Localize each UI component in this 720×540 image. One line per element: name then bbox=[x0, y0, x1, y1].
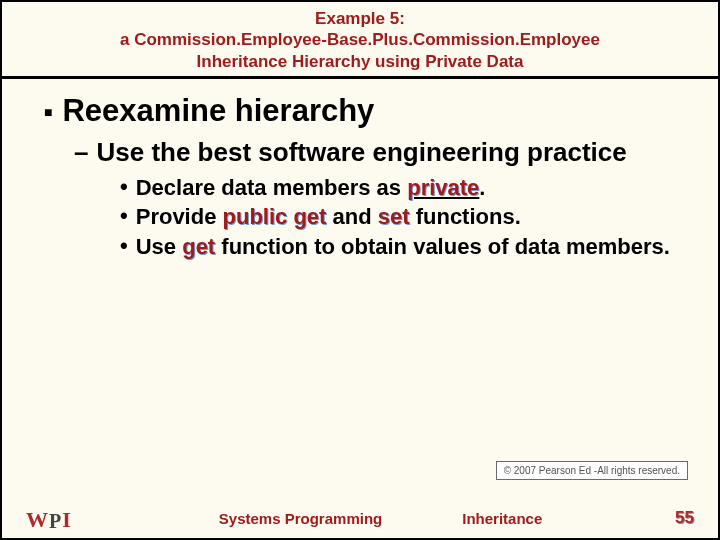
b2-mid2: and bbox=[326, 204, 377, 229]
lvl1-text: Reexamine hierarchy bbox=[62, 93, 374, 129]
bullet-level-3-item-2: • Provide publicpublic getget and setset… bbox=[120, 203, 676, 231]
dot-bullet-icon: • bbox=[120, 233, 128, 259]
dot-bullet-icon: • bbox=[120, 203, 128, 229]
title-line-3: Inheritance Hierarchy using Private Data bbox=[62, 51, 658, 72]
slide-title: Example 5: a Commission.Employee-Base.Pl… bbox=[2, 2, 718, 79]
bullet-level-2: – Use the best software engineering prac… bbox=[74, 137, 676, 168]
keyword-public: publicpublic bbox=[223, 203, 288, 231]
copyright-notice: © 2007 Pearson Ed -All rights reserved. bbox=[496, 461, 688, 480]
logo-i: I bbox=[62, 509, 71, 531]
page-number: 55 55 bbox=[675, 508, 694, 528]
b3-pre: Use bbox=[136, 234, 182, 259]
keyword-get: getget bbox=[293, 203, 326, 231]
square-bullet-icon: ■ bbox=[44, 105, 52, 119]
bullet-level-1: ■ Reexamine hierarchy bbox=[44, 93, 676, 129]
wpi-logo: W P I bbox=[26, 505, 86, 531]
footer-course: Systems Programming bbox=[219, 510, 382, 527]
lvl3-text-2: Provide publicpublic getget and setset f… bbox=[136, 203, 521, 231]
footer-topic: Inheritance bbox=[462, 510, 542, 527]
footer: W P I Systems Programming Inheritance 55… bbox=[2, 498, 718, 538]
b3-post: function to obtain values of data member… bbox=[215, 234, 670, 259]
logo-p: P bbox=[49, 511, 61, 531]
bullet-level-3-item-1: • Declare data members as privateprivate… bbox=[120, 174, 676, 202]
dash-bullet-icon: – bbox=[74, 137, 88, 168]
keyword-set: setset bbox=[378, 203, 410, 231]
title-line-2: a Commission.Employee-Base.Plus.Commissi… bbox=[62, 29, 658, 50]
lvl3-text-3: Use getget function to obtain values of … bbox=[136, 233, 670, 261]
bullet-level-3-item-3: • Use getget function to obtain values o… bbox=[120, 233, 676, 261]
b2-post: functions. bbox=[410, 204, 521, 229]
title-line-1: Example 5: bbox=[62, 8, 658, 29]
b1-pre: Declare data members as bbox=[136, 175, 408, 200]
lvl3-text-1: Declare data members as privateprivate. bbox=[136, 174, 486, 202]
slide: Example 5: a Commission.Employee-Base.Pl… bbox=[0, 0, 720, 540]
footer-center: Systems Programming Inheritance bbox=[86, 510, 675, 527]
keyword-get-2: getget bbox=[182, 233, 215, 261]
lvl2-text: Use the best software engineering practi… bbox=[96, 137, 626, 168]
b2-pre: Provide bbox=[136, 204, 223, 229]
dot-bullet-icon: • bbox=[120, 174, 128, 200]
logo-w: W bbox=[26, 509, 48, 531]
keyword-private: privateprivate bbox=[407, 174, 479, 202]
